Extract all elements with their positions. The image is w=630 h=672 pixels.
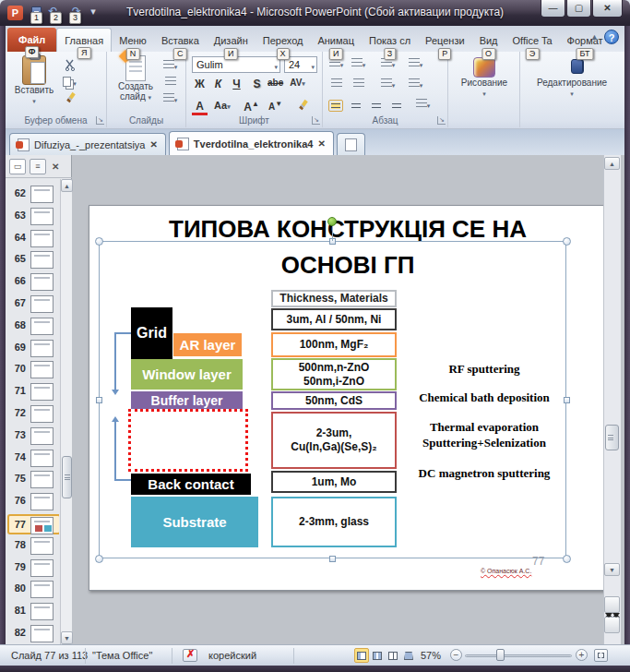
connector-top-vertical[interactable] (114, 332, 116, 390)
zoom-level[interactable]: 57% (421, 649, 441, 663)
minimize-button[interactable]: — (541, 0, 565, 18)
ribbon-tab-показ сл[interactable]: Показ слЗ (362, 30, 418, 52)
increase-indent-button[interactable] (351, 78, 366, 92)
scroll-up-icon[interactable]: ▲ (604, 157, 620, 170)
ribbon-tab-рецензи[interactable]: РецензиР (418, 30, 472, 52)
panel-scroll-up[interactable]: ▲ (61, 179, 73, 192)
table-row[interactable]: 50nm, CdS (271, 391, 397, 410)
slide-thumbnail-74[interactable]: 74 (9, 449, 59, 469)
slide-thumbnail-81[interactable]: 81 (9, 602, 59, 622)
slide-thumbnail-77[interactable]: 77 (7, 514, 59, 534)
slide[interactable]: ТИПОВА КОНСТРУКЦІЯ СЕ НАОСНОВІ ГП (89, 205, 605, 591)
numbering-button[interactable]: ▾ (351, 57, 366, 72)
tab-slides-thumbnails[interactable]: ▭ (9, 159, 26, 174)
slide-thumbnail-76[interactable]: 76 (9, 492, 59, 512)
table-row[interactable]: 2-3mm, glass (271, 497, 397, 547)
table-row[interactable]: 1um, Mo (271, 471, 397, 493)
document-tab-2[interactable]: Tverdotilna_elektronika4 (169, 131, 334, 155)
layout-button[interactable]: ▾ (162, 59, 178, 74)
copy-button[interactable]: ▾ (63, 76, 78, 90)
ribbon-tab-анимац[interactable]: АнимацИ (310, 30, 362, 52)
reading-view-button[interactable] (386, 648, 400, 663)
text-shadow-button[interactable]: S (249, 78, 265, 90)
slide-thumbnail-70[interactable]: 70 (9, 360, 59, 380)
shrink-font-button[interactable]: А▼ (267, 100, 283, 112)
document-tab-1[interactable]: Difuziya_-_prezentatsiya (9, 133, 166, 155)
slide-counter[interactable]: Слайд 77 из 113 (11, 649, 88, 663)
character-spacing-button[interactable]: AV▾ (290, 78, 305, 88)
layer-ar-layer[interactable]: AR layer (173, 333, 242, 356)
spellcheck-icon[interactable] (183, 649, 197, 662)
rotation-handle[interactable] (327, 217, 337, 226)
close-button[interactable]: ✕ (592, 0, 623, 18)
scroll-thumb[interactable] (605, 425, 619, 450)
ribbon-tab-переход[interactable]: ПереходХ (256, 30, 311, 52)
tab-outline[interactable]: ≡ (30, 159, 46, 174)
text-direction-button[interactable]: ▾ (408, 57, 423, 72)
slide-thumbnail-66[interactable]: 66 (9, 272, 59, 293)
new-document-tab-button[interactable] (337, 133, 365, 155)
decrease-indent-button[interactable] (328, 78, 344, 92)
italic-button[interactable]: К (210, 78, 226, 90)
slide-thumbnail-63[interactable]: 63 (9, 207, 59, 227)
selection-handle-left[interactable] (96, 397, 102, 403)
new-slide-button[interactable]: Создатьслайд ▾ (113, 55, 159, 102)
align-right-button[interactable] (369, 100, 384, 112)
maximize-button[interactable]: ▢ (566, 0, 591, 18)
ribbon-tab-меню[interactable]: МенюN (112, 30, 154, 52)
ribbon-tab-дизайн[interactable]: ДизайнИ (207, 30, 256, 52)
layer-absorber-layer[interactable]: Absorber layer (128, 409, 248, 472)
selection-handle-top-left[interactable] (95, 237, 103, 246)
change-case-button[interactable]: Аа▾ (214, 100, 230, 111)
selection-handle-bottom[interactable] (329, 556, 336, 562)
connector-top-horizontal[interactable] (114, 332, 131, 334)
drawing-button[interactable]: Рисование▾ (454, 55, 515, 98)
panel-scrollbar[interactable]: ▲ ▼ (60, 179, 72, 644)
clipboard-dialog-launcher[interactable]: ↘ (96, 116, 104, 125)
align-text-button[interactable]: ▾ (408, 78, 423, 92)
slide-thumbnail-68[interactable]: 68 (9, 317, 59, 337)
selection-handle-bottom-right[interactable] (563, 555, 571, 563)
section-button[interactable]: ▾ (162, 92, 178, 107)
ribbon-tab-главная[interactable]: ГлавнаяЯ (56, 28, 112, 52)
slide-thumbnail-65[interactable]: 65 (9, 250, 59, 270)
table-row[interactable]: 500nm,n-ZnO50nm,i-ZnO (271, 358, 397, 390)
slide-thumbnail-80[interactable]: 80 (9, 580, 59, 600)
smartart-convert-button[interactable]: ▾ (415, 98, 431, 113)
vertical-scrollbar[interactable]: ▲ ▼ (603, 155, 621, 644)
collapse-ribbon-icon[interactable]: ▲ (590, 32, 599, 42)
zoom-slider-track[interactable] (465, 654, 572, 657)
slide-thumbnail-64[interactable]: 64 (9, 229, 59, 249)
paste-button[interactable]: Вставить▾ (13, 55, 55, 105)
table-header[interactable]: Thickness, Materials (271, 290, 397, 307)
paragraph-dialog-launcher[interactable]: ↘ (437, 116, 446, 125)
bold-button[interactable]: Ж (192, 78, 208, 90)
previous-slide-button[interactable] (604, 596, 620, 613)
table-row[interactable]: 100nm, MgF₂ (271, 332, 397, 357)
panel-scroll-down[interactable]: ▼ (61, 631, 73, 644)
ribbon-tab-файл[interactable]: ФайлФ (7, 28, 56, 52)
layer-buffer-layer[interactable]: Buffer layer (131, 391, 243, 409)
slide-thumbnail-73[interactable]: 73 (9, 426, 59, 447)
scroll-down-icon[interactable]: ▼ (604, 563, 620, 576)
close-tab-icon[interactable] (149, 139, 157, 150)
ribbon-tab-вставка[interactable]: ВставкаС (154, 30, 207, 52)
table-row[interactable]: 3um, Al / 50nm, Ni (271, 308, 397, 330)
font-color-button[interactable]: А (192, 100, 208, 115)
table-row[interactable]: 2-3um,Cu(In,Ga)(Se,S)₂ (271, 412, 397, 469)
layer-window-layer[interactable]: Window layer (131, 359, 243, 390)
align-left-button[interactable] (328, 100, 343, 112)
underline-button[interactable]: Ч (229, 78, 244, 90)
selection-handle-top-right[interactable] (563, 237, 571, 246)
editing-button[interactable]: Редактирование▾ (526, 55, 618, 98)
close-tab-icon[interactable] (317, 138, 325, 149)
justify-button[interactable] (389, 100, 404, 112)
fit-to-window-button[interactable] (594, 649, 608, 662)
slide-thumbnail-72[interactable]: 72 (9, 404, 59, 425)
clear-formatting-button[interactable] (295, 100, 311, 114)
slide-thumbnail-75[interactable]: 75 (9, 470, 59, 490)
slide-thumbnail-69[interactable]: 69 (9, 339, 59, 359)
panel-scroll-thumb[interactable] (62, 456, 72, 498)
ribbon-tab-office ta[interactable]: Office TaЭ (505, 30, 560, 52)
grow-font-button[interactable]: А▲ (244, 100, 259, 114)
